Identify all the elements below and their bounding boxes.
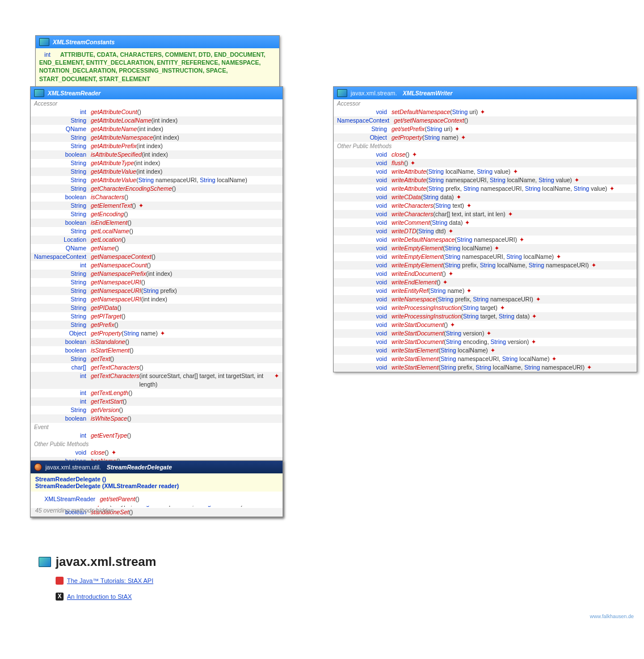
method-row: StringgetEncoding () <box>31 210 283 219</box>
external-link[interactable]: The Java™ Tutorials: StAX API <box>56 577 153 585</box>
method-sig: (String prefix, String namespaceURI, Str… <box>426 184 607 193</box>
return-type: void <box>337 227 392 236</box>
method-name: isAttributeSpecified <box>91 150 142 159</box>
return-type: void <box>337 244 392 253</box>
method-sig: () <box>404 159 408 167</box>
method-sig: (String namespaceURI, String localName) <box>439 355 550 363</box>
return-type: String <box>34 406 91 414</box>
method-row: voidwriteEmptyElement (String localName)… <box>334 244 637 253</box>
return-type: String <box>34 167 91 176</box>
link-text[interactable]: An Introduction to StAX <box>67 593 132 600</box>
method-name: getNamespaceCount <box>91 261 147 270</box>
return-type: String <box>34 227 91 236</box>
method-sig: () <box>110 355 114 363</box>
throws-icon: ✦ <box>461 133 466 142</box>
method-sig: () <box>406 150 410 159</box>
method-name: flush <box>392 159 404 167</box>
method-row: StringgetLocalName () <box>31 227 283 236</box>
method-name: writeStartDocument <box>392 329 444 338</box>
method-sig: () <box>127 431 131 440</box>
method-sig: (String uri) <box>450 108 478 116</box>
method-sig: (int index) <box>136 167 162 176</box>
method-name: getAttributeValue <box>91 167 136 176</box>
method-name: isWhiteSpace <box>91 414 127 423</box>
method-row: booleanisStartElement () <box>31 346 283 355</box>
method-rows: intgetEventType () <box>31 431 283 440</box>
method-name: writeComment <box>392 219 430 227</box>
method-rows: voidsetDefaultNamespace (String uri)✦Nam… <box>334 108 637 142</box>
method-row: voidsetDefaultNamespace (String uri)✦ <box>334 108 637 116</box>
return-type: String <box>34 270 91 278</box>
return-type: String <box>34 159 91 167</box>
method-name: getNamespaceURI <box>91 278 141 287</box>
method-row: StringgetPITarget () <box>31 312 283 321</box>
method-sig: (char[] text, int start, int len) <box>433 210 506 219</box>
method-row: intgetNamespaceCount () <box>31 261 283 270</box>
method-row: voidclose ()✦ <box>334 150 637 159</box>
class-icon <box>34 463 42 471</box>
method-name: getElementText <box>91 202 132 210</box>
constructors: StreamReaderDelegate () StreamReaderDele… <box>31 473 283 492</box>
class-title: XMLStreamReader <box>48 90 100 96</box>
method-row: voidwriteDTD (String dtd)✦ <box>334 227 637 236</box>
return-type: String <box>34 202 91 210</box>
link-text[interactable]: The Java™ Tutorials: StAX API <box>67 577 153 584</box>
method-name: writeStartDocument <box>392 321 444 329</box>
method-sig: () <box>137 108 141 116</box>
method-name: getEncoding <box>91 210 124 219</box>
constant-list: ATTRIBUTE, CDATA, CHARACTERS, COMMENT, D… <box>39 51 266 82</box>
return-type: void <box>337 236 392 244</box>
method-row: voidwriteEmptyElement (String prefix, St… <box>334 261 637 270</box>
method-row: voidwriteComment (String data)✦ <box>334 219 637 227</box>
method-row: Stringget/setPrefix (String uri)✦ <box>334 125 637 133</box>
method-row: voidwriteAttribute (String localName, St… <box>334 167 637 176</box>
throws-icon: ✦ <box>443 278 448 287</box>
method-sig: () <box>172 184 176 193</box>
return-type: QName <box>34 244 91 253</box>
method-name: writeAttribute <box>392 176 426 184</box>
method-sig: (String text) <box>433 202 464 210</box>
method-name: getAttributeNamespace <box>91 133 153 142</box>
method-name: getNamespaceContext <box>91 253 151 261</box>
return-type: char[] <box>34 363 91 372</box>
method-row: voidwriteProcessingInstruction (String t… <box>334 312 637 321</box>
method-row: voidwriteStartElement (String namespaceU… <box>334 355 637 363</box>
throws-icon: ✦ <box>494 244 499 253</box>
method-name: getNamespaceURI <box>91 295 141 304</box>
throws-icon: ✦ <box>160 329 165 338</box>
method-row: voidwriteCharacters (char[] text, int st… <box>334 210 637 219</box>
box-header: XMLStreamReader <box>31 87 283 99</box>
method-row: ObjectgetProperty (String name)✦ <box>31 329 283 338</box>
return-type: String <box>34 295 91 304</box>
method-sig: () <box>125 338 129 346</box>
class-title: XMLStreamWriter <box>403 90 453 96</box>
method-sig: () <box>128 219 132 227</box>
method-sig: (String prefix, String namespaceURI) <box>436 295 533 304</box>
return-type: void <box>337 193 392 202</box>
method-row: voidwriteCharacters (String text)✦ <box>334 202 637 210</box>
throws-icon: ✦ <box>138 202 144 210</box>
method-row: voidwriteStartDocument ()✦ <box>334 321 637 329</box>
throws-icon: ✦ <box>500 304 505 312</box>
external-link[interactable]: X An Introduction to StAX <box>56 593 132 601</box>
class-title: StreamReaderDelegate <box>107 464 172 471</box>
section-label: Other Public Methods <box>334 142 637 150</box>
method-sig: () <box>128 389 132 397</box>
return-type: void <box>337 167 392 176</box>
method-rows: intgetAttributeCount ()StringgetAttribut… <box>31 108 283 423</box>
throws-icon: ✦ <box>456 193 461 202</box>
method-name: getNamespacePrefix <box>91 270 146 278</box>
throws-icon: ✦ <box>466 202 472 210</box>
return-type: String <box>337 125 392 133</box>
method-name: writeDefaultNamespace <box>392 236 454 244</box>
constructor: StreamReaderDelegate () <box>35 476 278 482</box>
section-label: Other Public Methods <box>31 440 283 448</box>
method-name: writeEmptyElement <box>392 261 443 270</box>
method-row: intgetTextStart () <box>31 397 283 406</box>
class-box-delegate: javax.xml.stream.util. StreamReaderDeleg… <box>30 460 283 518</box>
method-name: close <box>91 448 105 457</box>
method-sig: () <box>464 116 468 125</box>
return-type: void <box>337 261 392 270</box>
method-name: isEndElement <box>91 219 128 227</box>
method-name: isCharacters <box>91 193 124 202</box>
